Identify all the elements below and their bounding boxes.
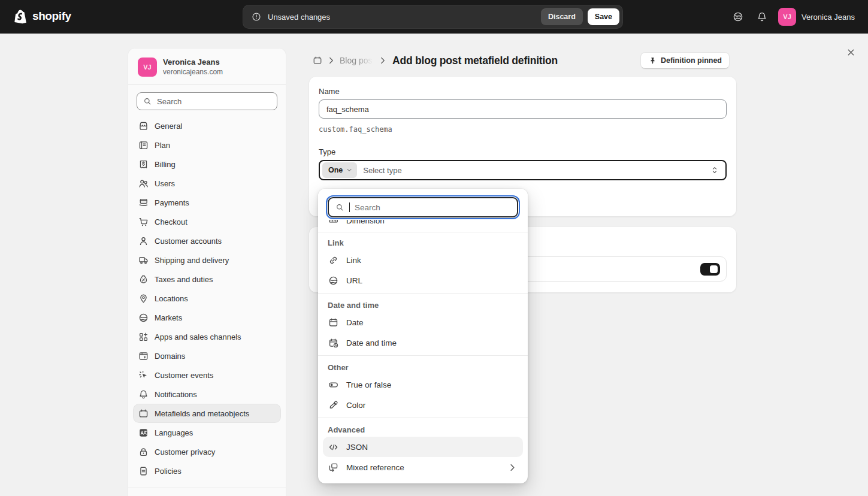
dimension-icon bbox=[328, 220, 339, 226]
sidebar-item-customer-events[interactable]: Customer events bbox=[133, 365, 281, 385]
color-icon bbox=[328, 400, 339, 411]
type-section-header-link: Link bbox=[318, 234, 528, 250]
type-option-date[interactable]: Date bbox=[318, 312, 528, 332]
sidebar-item-label: Users bbox=[155, 179, 175, 188]
user-menu[interactable]: VJ Veronica Jeans bbox=[776, 5, 860, 28]
type-section-header-other: Other bbox=[318, 358, 528, 374]
sidebar-item-label: Payments bbox=[155, 198, 189, 207]
shopify-wordmark: shopify bbox=[32, 10, 71, 23]
divider bbox=[318, 418, 528, 418]
sidebar-item-apps-and-sales-channels[interactable]: Apps and sales channels bbox=[133, 327, 281, 346]
type-option-label: Link bbox=[346, 256, 361, 265]
users-icon bbox=[138, 178, 149, 189]
metafields-icon bbox=[312, 55, 323, 66]
type-option-dimension[interactable]: Dimension bbox=[318, 220, 528, 231]
topbar: shopify Unsaved changes Discard Save VJ … bbox=[0, 0, 868, 34]
sidebar-item-checkout[interactable]: Checkout bbox=[133, 212, 281, 231]
sidebar-item-general[interactable]: General bbox=[133, 116, 281, 135]
type-option-label: JSON bbox=[346, 443, 368, 452]
type-select-field[interactable]: One Select type bbox=[319, 160, 727, 180]
alert-circle-icon bbox=[251, 11, 262, 22]
sidebar-item-users[interactable]: Users bbox=[133, 174, 281, 193]
type-option-color[interactable]: Color bbox=[318, 395, 528, 415]
type-option-date-and-time[interactable]: Date and time bbox=[318, 332, 528, 353]
sidebar-item-policies[interactable]: Policies bbox=[133, 461, 281, 480]
metafields-icon bbox=[138, 408, 149, 419]
close-icon bbox=[846, 47, 856, 58]
user-avatar: VJ bbox=[778, 8, 796, 26]
payments-icon bbox=[138, 197, 149, 208]
date-icon bbox=[328, 317, 339, 328]
sidebar-item-label: Policies bbox=[155, 467, 182, 476]
sidebar-item-billing[interactable]: Billing bbox=[133, 155, 281, 174]
sidebar-item-payments[interactable]: Payments bbox=[133, 193, 281, 212]
shipping-icon bbox=[138, 255, 149, 266]
store-avatar: VJ bbox=[138, 58, 157, 77]
type-option-true-or-false[interactable]: True or false bbox=[318, 374, 528, 395]
discard-button[interactable]: Discard bbox=[541, 8, 583, 25]
cardinality-dropdown[interactable]: One bbox=[322, 162, 357, 178]
topbar-right: VJ Veronica Jeans bbox=[728, 0, 860, 34]
sidebar-search-input[interactable] bbox=[157, 97, 271, 106]
sidebar-item-plan[interactable]: Plan bbox=[133, 135, 281, 155]
sidebar-item-customer-accounts[interactable]: Customer accounts bbox=[133, 231, 281, 250]
store-name: Veronica Jeans bbox=[163, 58, 223, 67]
type-dropdown: DimensionLinkLinkURLDate and timeDateDat… bbox=[318, 189, 528, 483]
type-option-link[interactable]: Link bbox=[318, 250, 528, 270]
type-option-url[interactable]: URL bbox=[318, 270, 528, 291]
datetime-icon bbox=[328, 337, 339, 349]
sidebar-item-label: Customer accounts bbox=[155, 237, 222, 246]
policies-icon bbox=[138, 465, 149, 477]
plan-icon bbox=[138, 140, 149, 151]
type-option-label: True or false bbox=[346, 380, 391, 389]
shopify-logo[interactable]: shopify bbox=[13, 8, 71, 24]
sidebar-item-metafields-and-metaobjects[interactable]: Metafields and metaobjects bbox=[133, 404, 281, 423]
type-option-label: URL bbox=[346, 276, 362, 285]
boolean-icon bbox=[328, 379, 339, 391]
type-option-label: Date bbox=[346, 318, 364, 327]
notifications-icon bbox=[138, 389, 149, 400]
markets-icon bbox=[138, 312, 149, 323]
locations-icon bbox=[138, 293, 149, 304]
sidebar-search bbox=[137, 92, 277, 110]
type-option-mixed-reference[interactable]: Mixed reference bbox=[318, 457, 528, 477]
breadcrumb-parent[interactable]: Blog pos bbox=[340, 56, 374, 65]
sidebar-item-shipping-and-delivery[interactable]: Shipping and delivery bbox=[133, 250, 281, 270]
pin-icon bbox=[648, 56, 657, 65]
sidebar-item-languages[interactable]: Languages bbox=[133, 423, 281, 442]
sidebar-item-taxes-and-duties[interactable]: Taxes and duties bbox=[133, 270, 281, 289]
close-button[interactable] bbox=[842, 43, 860, 61]
cardinality-value: One bbox=[328, 166, 343, 174]
text-cursor bbox=[349, 202, 350, 212]
sidebar-item-customer-privacy[interactable]: Customer privacy bbox=[133, 442, 281, 461]
sidebar-item-locations[interactable]: Locations bbox=[133, 289, 281, 308]
divider bbox=[318, 293, 528, 294]
name-input[interactable] bbox=[319, 99, 727, 119]
type-search-input[interactable] bbox=[355, 203, 511, 212]
chevron-right-icon bbox=[377, 55, 388, 66]
sidebar-item-label: Languages bbox=[155, 428, 193, 437]
type-label: Type bbox=[319, 147, 727, 156]
options-toggle[interactable] bbox=[700, 263, 720, 276]
notifications-button[interactable] bbox=[752, 7, 772, 27]
sidebar-item-label: Checkout bbox=[155, 217, 187, 226]
billing-icon bbox=[138, 159, 149, 170]
sidebar-item-label: Taxes and duties bbox=[155, 275, 213, 284]
type-option-list: DimensionLinkLinkURLDate and timeDateDat… bbox=[318, 220, 528, 483]
savebar-actions: Discard Save bbox=[541, 8, 619, 25]
admin-apps-button[interactable] bbox=[728, 7, 748, 27]
sidebar-item-label: Plan bbox=[155, 141, 170, 150]
type-option-json[interactable]: JSON bbox=[323, 437, 523, 457]
type-section-header-advanced: Advanced bbox=[318, 421, 528, 437]
save-button[interactable]: Save bbox=[588, 8, 619, 25]
name-label: Name bbox=[319, 87, 727, 96]
checkout-icon bbox=[138, 216, 149, 228]
sidebar-item-notifications[interactable]: Notifications bbox=[133, 385, 281, 404]
search-icon bbox=[335, 202, 344, 212]
chevron-right-icon bbox=[326, 55, 337, 66]
sidebar-item-domains[interactable]: Domains bbox=[133, 346, 281, 365]
sidebar-item-markets[interactable]: Markets bbox=[133, 308, 281, 327]
definition-pinned-button[interactable]: Definition pinned bbox=[640, 52, 730, 69]
store-icon bbox=[138, 120, 149, 132]
type-section-header-date-and-time: Date and time bbox=[318, 296, 528, 312]
